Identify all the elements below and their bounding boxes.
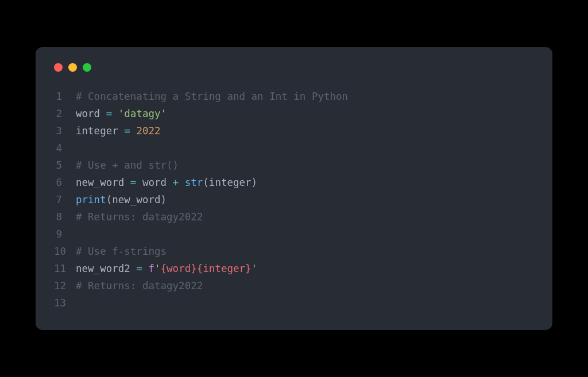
code-token: new_word bbox=[112, 194, 160, 205]
code-line[interactable]: 6new_word = word + str(integer) bbox=[54, 174, 534, 191]
line-content[interactable]: print(new_word) bbox=[76, 191, 167, 208]
code-token: = bbox=[106, 108, 113, 119]
line-content[interactable]: # Returns: datagy2022 bbox=[76, 277, 203, 294]
code-token: integer bbox=[76, 125, 124, 137]
code-line[interactable]: 4 bbox=[54, 139, 534, 157]
code-token: 'datagy' bbox=[118, 108, 167, 119]
line-content[interactable]: # Returns: datagy2022 bbox=[76, 208, 203, 226]
line-number: 12 bbox=[54, 277, 76, 294]
code-token: # Returns: datagy2022 bbox=[76, 211, 203, 223]
close-button[interactable] bbox=[54, 63, 63, 72]
code-token bbox=[179, 177, 185, 188]
code-token: # Use f-strings bbox=[76, 246, 167, 257]
code-token: + bbox=[173, 177, 179, 188]
code-line[interactable]: 3integer = 2022 bbox=[54, 122, 534, 139]
code-editor[interactable]: 1# Concatenating a String and an Int in … bbox=[36, 88, 552, 312]
code-token: 2022 bbox=[136, 125, 160, 137]
code-token bbox=[142, 263, 149, 274]
line-content[interactable]: integer = 2022 bbox=[76, 122, 161, 139]
line-number: 9 bbox=[54, 226, 76, 243]
code-token: f bbox=[148, 263, 154, 274]
code-token: word bbox=[76, 108, 106, 119]
line-number: 1 bbox=[54, 88, 76, 105]
line-number: 4 bbox=[54, 139, 76, 157]
code-line[interactable]: 13 bbox=[54, 294, 534, 312]
line-content[interactable]: # Use + and str() bbox=[76, 157, 179, 174]
code-token: print bbox=[76, 194, 106, 205]
minimize-button[interactable] bbox=[68, 63, 77, 72]
code-line[interactable]: 8# Returns: datagy2022 bbox=[54, 208, 534, 226]
code-token: ) bbox=[161, 194, 167, 205]
code-token: new_word2 bbox=[76, 263, 136, 274]
line-number: 13 bbox=[54, 294, 76, 312]
code-token: = bbox=[136, 263, 142, 274]
line-content[interactable]: # Concatenating a String and an Int in P… bbox=[76, 88, 348, 105]
line-number: 3 bbox=[54, 122, 76, 139]
code-token: = bbox=[130, 177, 137, 188]
code-line[interactable]: 9 bbox=[54, 226, 534, 243]
code-line[interactable]: 2word = 'datagy' bbox=[54, 105, 534, 122]
line-number: 7 bbox=[54, 191, 76, 208]
code-token: new_word bbox=[76, 177, 130, 188]
line-number: 2 bbox=[54, 105, 76, 122]
code-token: # Concatenating a String and an Int in P… bbox=[76, 91, 348, 102]
line-content[interactable]: word = 'datagy' bbox=[76, 105, 167, 122]
code-token: ) bbox=[252, 177, 258, 188]
line-content[interactable]: new_word = word + str(integer) bbox=[76, 174, 257, 191]
code-token: ( bbox=[203, 177, 209, 188]
line-content[interactable]: # Use f-strings bbox=[76, 243, 167, 260]
line-number: 6 bbox=[54, 174, 76, 191]
line-number: 11 bbox=[54, 260, 76, 277]
line-content[interactable]: new_word2 = f'{word}{integer}' bbox=[76, 260, 257, 277]
traffic-lights bbox=[36, 63, 552, 88]
code-token: ' bbox=[252, 263, 258, 274]
code-token: # Returns: datagy2022 bbox=[76, 280, 203, 292]
code-token: = bbox=[124, 125, 130, 137]
code-line[interactable]: 11new_word2 = f'{word}{integer}' bbox=[54, 260, 534, 277]
maximize-button[interactable] bbox=[83, 63, 91, 72]
code-line[interactable]: 7print(new_word) bbox=[54, 191, 534, 208]
code-token: word bbox=[136, 177, 172, 188]
code-window: 1# Concatenating a String and an Int in … bbox=[36, 47, 552, 330]
code-token: # Use + and str() bbox=[76, 160, 179, 171]
code-token: str bbox=[185, 177, 203, 188]
code-line[interactable]: 12# Returns: datagy2022 bbox=[54, 277, 534, 294]
line-number: 10 bbox=[54, 243, 76, 260]
code-line[interactable]: 10# Use f-strings bbox=[54, 243, 534, 260]
code-token: ' bbox=[154, 263, 161, 274]
code-token: {word}{integer} bbox=[161, 263, 252, 274]
line-number: 8 bbox=[54, 208, 76, 226]
code-line[interactable]: 1# Concatenating a String and an Int in … bbox=[54, 88, 534, 105]
code-token bbox=[130, 125, 137, 137]
code-line[interactable]: 5# Use + and str() bbox=[54, 157, 534, 174]
line-number: 5 bbox=[54, 157, 76, 174]
code-token: ( bbox=[106, 194, 113, 205]
code-token: integer bbox=[209, 177, 252, 188]
code-token bbox=[112, 108, 118, 119]
